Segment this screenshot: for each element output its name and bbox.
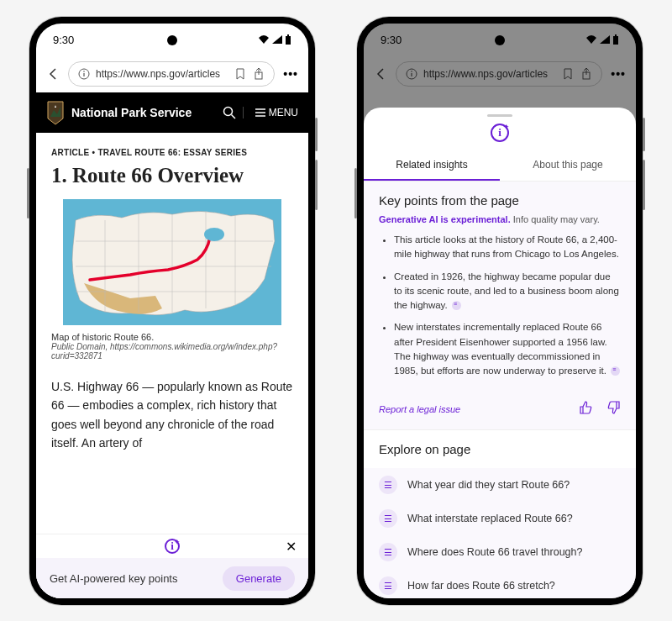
image-credit: Public Domain, https://commons.wikimedia…: [51, 342, 293, 360]
site-header: National Park Service MENU: [36, 92, 308, 133]
insights-icon[interactable]: ✦: [165, 539, 180, 554]
key-points-title: Key points from the page: [379, 193, 621, 208]
back-icon[interactable]: [46, 67, 60, 81]
key-points-list: This article looks at the history of Rou…: [379, 233, 621, 378]
explore-list: ☰ What year did they start Route 66? ☰ W…: [364, 468, 636, 598]
list-icon: ☰: [379, 576, 397, 595]
menu-button[interactable]: MENU: [243, 107, 298, 118]
explore-title: Explore on page: [379, 442, 621, 456]
key-point-item: Created in 1926, the highway became popu…: [394, 270, 621, 313]
svg-rect-1: [287, 34, 289, 36]
hw-button: [354, 168, 357, 218]
thumbs-down-icon[interactable]: [607, 401, 621, 418]
address-bar: https://www.nps.gov/articles •••: [36, 55, 308, 92]
site-title[interactable]: National Park Service: [71, 106, 216, 119]
ai-prompt-text: Get AI-powered key points: [50, 572, 177, 585]
svg-rect-0: [286, 36, 291, 45]
wifi-icon: [258, 34, 270, 45]
explore-item[interactable]: ☰ How far does Route 66 stretch?: [364, 569, 636, 598]
citation-icon[interactable]: [452, 301, 461, 310]
tab-about-page[interactable]: About this page: [500, 150, 636, 181]
status-bar: 9:30: [36, 24, 308, 55]
menu-label: MENU: [269, 107, 298, 118]
article-headline: 1. Route 66 Overview: [51, 164, 293, 187]
insights-sheet: ✦ Related insights About this page Key p…: [364, 108, 636, 598]
url-text: https://www.nps.gov/articles: [96, 68, 228, 80]
thumbs-up-icon[interactable]: [579, 401, 592, 418]
ai-prompt-bar: ✦ ✕ Get AI-powered key points Generate: [36, 534, 308, 598]
explore-item[interactable]: ☰ What interstate replaced Route 66?: [364, 502, 636, 535]
hamburger-icon: [255, 108, 265, 117]
list-icon: ☰: [379, 543, 397, 561]
drag-handle[interactable]: [487, 114, 512, 117]
article-content: ARTICLE • TRAVEL ROUTE 66: ESSAY SERIES …: [36, 133, 308, 534]
article-body: U.S. Highway 66 — popularly known as Rou…: [51, 377, 293, 453]
hw-button: [643, 160, 645, 210]
list-icon: ☰: [379, 476, 397, 494]
citation-icon[interactable]: [611, 366, 620, 376]
list-icon: ☰: [379, 509, 397, 528]
svg-line-7: [231, 115, 235, 119]
article-eyebrow: ARTICLE • TRAVEL ROUTE 66: ESSAY SERIES: [51, 148, 293, 157]
hw-button: [643, 118, 645, 151]
sheet-tabs: Related insights About this page: [364, 150, 636, 182]
key-point-item: This article looks at the history of Rou…: [394, 233, 621, 262]
insights-icon: ✦: [491, 124, 509, 142]
hw-button: [27, 168, 29, 218]
tab-related-insights[interactable]: Related insights: [364, 150, 500, 181]
bookmark-icon[interactable]: [234, 67, 247, 81]
phone-right: 9:30 https://www.nps.gov/articles: [357, 17, 643, 605]
url-bar[interactable]: https://www.nps.gov/articles: [68, 61, 275, 87]
map-image: [63, 199, 281, 325]
generate-button[interactable]: Generate: [223, 566, 295, 591]
svg-point-3: [83, 71, 85, 72]
hw-button: [315, 118, 318, 151]
svg-point-20: [204, 228, 224, 241]
svg-point-6: [223, 108, 232, 116]
signal-icon: [271, 34, 283, 45]
report-legal-link[interactable]: Report a legal issue: [379, 404, 460, 414]
explore-item[interactable]: ☰ Where does Route 66 travel through?: [364, 535, 636, 569]
overflow-menu-icon[interactable]: •••: [283, 67, 298, 81]
status-icons: [258, 34, 291, 45]
site-info-icon[interactable]: [77, 67, 91, 81]
phone-left: 9:30 https://www.nps.gov/articles: [29, 17, 315, 605]
status-time: 9:30: [53, 34, 74, 46]
close-icon[interactable]: ✕: [286, 539, 297, 555]
ai-disclaimer: Generative AI is experimental. Info qual…: [379, 214, 621, 224]
nps-logo-icon: [46, 100, 65, 125]
share-icon[interactable]: [252, 67, 265, 81]
svg-rect-4: [83, 73, 84, 76]
camera-hole: [167, 35, 177, 45]
explore-item[interactable]: ☰ What year did they start Route 66?: [364, 468, 636, 502]
battery-icon: [285, 34, 291, 45]
key-point-item: New interstates incrementally replaced R…: [394, 320, 621, 378]
hw-button: [315, 160, 318, 210]
image-caption: Map of historic Route 66.: [51, 332, 293, 342]
search-icon[interactable]: [223, 106, 236, 119]
